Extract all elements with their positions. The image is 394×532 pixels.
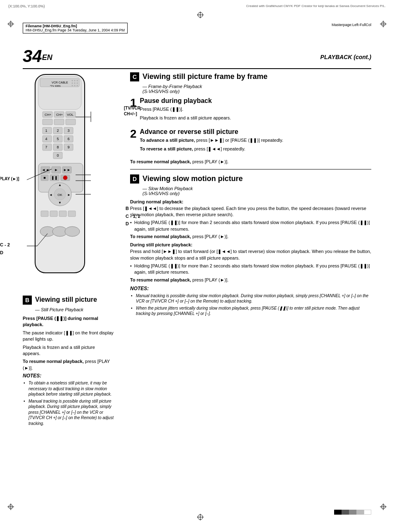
- svg-text:0: 0: [57, 153, 59, 157]
- step-1-row: 1 Pause during playback Press [PAUSE (❚❚…: [130, 97, 371, 124]
- header-divider: [23, 68, 371, 69]
- svg-text:VCR CABLE: VCR CABLE: [52, 81, 68, 84]
- step-2-heading: Advance or reverse still picture: [140, 128, 371, 136]
- svg-text:OK: OK: [57, 193, 62, 197]
- svg-point-10: [77, 80, 78, 81]
- section-d-normal-label: During normal playback:: [130, 199, 371, 204]
- svg-text:*TV /DBS: *TV /DBS: [50, 85, 61, 87]
- svg-text:▲: ▲: [58, 183, 62, 187]
- section-d-notes-header: NOTES:: [130, 286, 371, 291]
- svg-rect-67: [50, 211, 57, 217]
- svg-text:4: 4: [45, 137, 47, 141]
- section-c-subtitle: — Frame-by-Frame Playback (S-VHS/VHS onl…: [142, 84, 371, 94]
- page-number: 34: [23, 46, 42, 66]
- section-b-letter: B: [23, 296, 32, 305]
- section-d-letter: D: [130, 174, 139, 184]
- section-d-still-body: Press and hold [►►❚] to start forward (o…: [130, 248, 371, 261]
- step-1-num: 1: [130, 97, 137, 109]
- section-d-normal-body: Press [❚◄◄] to decrease the playback spe…: [130, 205, 371, 218]
- section-b-heading: Viewing still picture: [35, 296, 97, 303]
- svg-text:8: 8: [57, 145, 59, 149]
- section-c-resume: To resume normal playback, press [PLAY (…: [130, 159, 371, 164]
- svg-rect-24: [54, 119, 64, 125]
- masterpage-label: Masterpage:Left-FullCol: [332, 23, 371, 27]
- section-d-note-1: Manual tracking is possible during slow …: [130, 293, 371, 304]
- svg-point-11: [72, 83, 73, 84]
- svg-text:▼: ▼: [58, 201, 62, 205]
- remote-container: VCR CABLE *TV /DBS CH+ CH+ VOL: [23, 72, 109, 291]
- step-2-advance: To advance a still picture, press [►►❚] …: [140, 137, 371, 143]
- filename-main: Filename [HM-DH5U_Eng.fm]: [26, 24, 125, 28]
- svg-point-9: [74, 80, 76, 81]
- svg-point-16: [77, 85, 78, 86]
- color-bars: [334, 510, 371, 515]
- reg-mark-top: [197, 12, 204, 18]
- svg-rect-66: [41, 211, 48, 217]
- filename-box: Filename [HM-DH5U_Eng.fm] HM-DH5U_Eng.fm…: [23, 23, 128, 33]
- svg-text:3: 3: [67, 129, 69, 133]
- svg-point-13: [77, 83, 78, 84]
- section-d-heading: Viewing slow motion picture: [142, 174, 243, 184]
- section-d-title-row: D Viewing slow motion picture: [130, 174, 371, 184]
- left-column: VCR CABLE *TV /DBS CH+ CH+ VOL: [23, 72, 114, 433]
- section-b-title-row: B Viewing still picture: [23, 296, 114, 305]
- svg-text:►►: ►►: [63, 168, 71, 172]
- section-b-note-2: Manual tracking is possible during still…: [23, 398, 114, 427]
- section-d-still-label: During still picture playback:: [130, 242, 371, 247]
- svg-point-58: [63, 176, 67, 180]
- color-bar-white: [364, 510, 371, 515]
- header-area: Filename [HM-DH5U_Eng.fm] HM-DH5U_Eng.fm…: [23, 23, 371, 35]
- svg-text:VOL: VOL: [67, 113, 74, 117]
- color-bar-darkgray: [342, 510, 349, 515]
- svg-text:9: 9: [67, 145, 69, 149]
- filename-detail: HM-DH5U_Eng.fm Page 34 Tuesday, June 1, …: [26, 28, 125, 32]
- svg-rect-23: [43, 119, 52, 125]
- reg-br: [380, 503, 387, 511]
- c2d-label: C - 2 D: [0, 241, 10, 256]
- svg-text:❚❚: ❚❚: [51, 176, 58, 180]
- color-bar-black: [334, 510, 342, 515]
- step-1-body2: Playback is frozen and a still picture a…: [140, 115, 371, 121]
- section-d-resume-still: To resume normal playback, press [PLAY (…: [130, 277, 371, 282]
- color-bar-lightgray: [356, 510, 364, 515]
- section-b-notes-list: To obtain a noiseless still picture, it …: [23, 380, 114, 426]
- pdf-creator-text: Created with Grafikhuset CMYK PDF Creato…: [246, 4, 386, 8]
- svg-text:7: 7: [45, 145, 47, 149]
- svg-text:►: ►: [67, 193, 71, 197]
- svg-point-12: [74, 83, 76, 84]
- section-c: C Viewing still picture frame by frame —…: [130, 72, 371, 164]
- step-1-heading: Pause during playback: [140, 97, 371, 105]
- step-2-num: 2: [130, 128, 137, 140]
- section-c-heading: Viewing still picture frame by frame: [142, 72, 268, 81]
- svg-text:1: 1: [45, 129, 47, 133]
- section-d-resume-normal: To resume normal playback, press [PLAY (…: [130, 234, 371, 239]
- coords-text: (X:100.0%, Y:100.0%): [8, 4, 45, 8]
- section-b-note-1: To obtain a noiseless still picture, it …: [23, 380, 114, 397]
- svg-text:2: 2: [57, 129, 59, 133]
- section-b-instr1c: Playback is frozen and a still picture a…: [23, 344, 114, 357]
- reg-tr: [380, 21, 387, 29]
- svg-text:CH+: CH+: [45, 113, 52, 117]
- section-d: D Viewing slow motion picture — Slow Mot…: [130, 174, 371, 317]
- section-c-title-row: C Viewing still picture frame by frame: [130, 72, 371, 81]
- section-d-normal-bullet: • Holding [PAUSE (❚❚)] for more than 2 s…: [130, 219, 371, 232]
- svg-point-8: [72, 80, 73, 81]
- top-meta: (X:100.0%, Y:100.0%) Created with Grafik…: [8, 4, 386, 8]
- svg-point-15: [74, 85, 76, 86]
- svg-text:5: 5: [57, 137, 59, 141]
- reg-bl: [7, 503, 14, 511]
- section-b-resume: To resume normal playback, press [PLAY (…: [23, 358, 114, 371]
- section-d-note-2: When the picture jitters vertically duri…: [130, 305, 371, 317]
- step-2-content: Advance or reverse still picture To adva…: [140, 128, 371, 155]
- svg-rect-68: [59, 211, 66, 217]
- page-en: EN: [42, 53, 52, 62]
- play-label: [PLAY (►)]: [0, 177, 19, 181]
- page-number-area: 34EN: [23, 48, 52, 65]
- reg-mark-bottom: [197, 514, 204, 520]
- svg-point-14: [72, 85, 73, 86]
- section-b-instr1: Press [PAUSE (❚❚)] during normal playbac…: [23, 315, 114, 328]
- section-d-still-bullet: • Holding [PAUSE (❚❚)] for more than 2 s…: [130, 263, 371, 276]
- reg-tl: [7, 21, 14, 29]
- section-d-subtitle: — Slow Motion Playback (S-VHS/VHS only): [142, 186, 371, 196]
- svg-text:6: 6: [67, 137, 69, 141]
